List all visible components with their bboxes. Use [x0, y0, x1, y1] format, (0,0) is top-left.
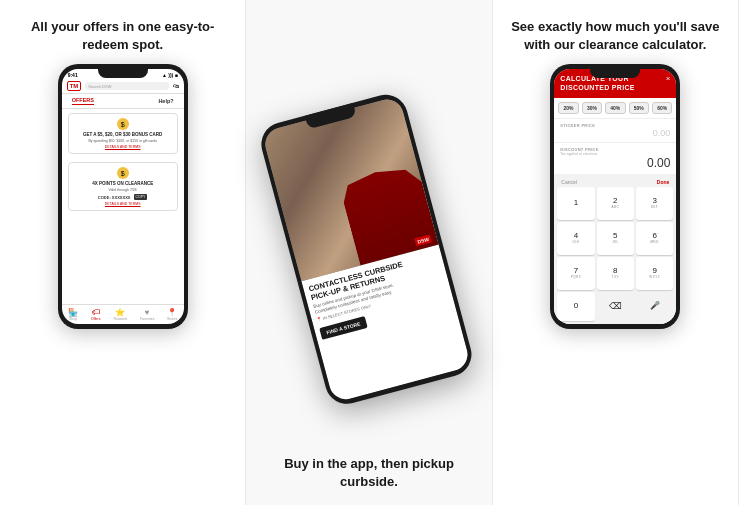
key-2[interactable]: 2ABC [597, 187, 634, 220]
offer-icon-2: $ [117, 167, 129, 179]
copy-button[interactable]: COPY [134, 194, 148, 200]
done-button[interactable]: Done [657, 179, 670, 185]
key-4[interactable]: 4GHI [557, 222, 594, 255]
discount-60[interactable]: 60% [652, 102, 672, 114]
discount-30[interactable]: 30% [582, 102, 602, 114]
offers-icon: 🏷 [91, 308, 101, 316]
panel-2-caption: Buy in the app, then pickup curbside. [246, 455, 491, 491]
key-9[interactable]: 9WXYZ [636, 257, 673, 290]
panel-3-caption: See exactly how much you'll save with ou… [503, 18, 728, 54]
location-icon: 📍 [167, 308, 177, 316]
panel-3: See exactly how much you'll save with ou… [493, 0, 739, 505]
sticker-value: 0.00 [560, 128, 670, 138]
offers-screen: 9:41 ▲ ))) ■ TM Search DSW 🛍 OFFERS Help… [62, 69, 184, 324]
panel-2-caption-text: Buy in the app, then pickup curbside. [284, 456, 454, 489]
nav-rewards-label: Rewards [113, 317, 127, 321]
offer-2-code: CODE: XXXXXXX [98, 195, 131, 200]
key-8[interactable]: 8TUV [597, 257, 634, 290]
keypad-area: Cancel Done 1 2ABC 3DEF 4GHI 5JKL 6MNO 7… [554, 174, 676, 325]
key-backspace[interactable]: ⌫ [597, 292, 634, 322]
key-1[interactable]: 1 [557, 187, 594, 220]
phone-1: 9:41 ▲ ))) ■ TM Search DSW 🛍 OFFERS Help… [58, 64, 188, 329]
phone-screen-1: 9:41 ▲ ))) ■ TM Search DSW 🛍 OFFERS Help… [62, 69, 184, 324]
phone-notch-3 [590, 64, 640, 78]
offer-1-title: GET A $5, $20, OR $30 BONUS CARD [73, 132, 173, 138]
nav-offers[interactable]: OFFERS [72, 97, 94, 105]
phone-3: CALCULATE YOURDISCOUNTED PRICE × 20% 30%… [550, 64, 680, 329]
sticker-price-section: STICKER PRICE 0.00 [554, 118, 676, 142]
search-bar[interactable]: Search DSW [85, 82, 168, 90]
status-time: 9:41 [68, 72, 78, 78]
phone-2: DSW CONTACTLESS CURBSIDEPICK-UP & RETURN… [256, 90, 476, 409]
key-3[interactable]: 3DEF [636, 187, 673, 220]
nav-shop[interactable]: 🏪 Shop [68, 308, 78, 321]
key-0[interactable]: 0 [557, 292, 594, 322]
phone-notch-1 [98, 64, 148, 78]
panel-1: All your offers in one easy-to-redeem sp… [0, 0, 246, 505]
nav-stores-label: Stores [167, 317, 177, 321]
nav-offers-bottom[interactable]: 🏷 Offers [91, 308, 101, 321]
key-mic[interactable]: 🎤 [636, 292, 673, 322]
truck-shape [328, 140, 438, 266]
close-icon[interactable]: × [666, 74, 671, 83]
tilted-phone-container: DSW CONTACTLESS CURBSIDEPICK-UP & RETURN… [256, 23, 481, 495]
bag-icon[interactable]: 🛍 [173, 83, 179, 89]
shop-icon: 🏪 [68, 308, 78, 316]
nav-stores[interactable]: 📍 Stores [167, 308, 177, 321]
discount-buttons-row: 20% 30% 40% 50% 60% [554, 98, 676, 118]
keypad-grid: 1 2ABC 3DEF 4GHI 5JKL 6MNO 7PQRS 8TUV 9W… [557, 187, 673, 322]
discount-50[interactable]: 50% [629, 102, 649, 114]
calculator-screen: CALCULATE YOURDISCOUNTED PRICE × 20% 30%… [554, 69, 676, 324]
find-store-button[interactable]: FIND A STORE [319, 316, 367, 340]
offer-2-code-row: CODE: XXXXXXX COPY [73, 194, 173, 200]
nav-favorites[interactable]: ♥ Favorites [140, 308, 154, 321]
nav-rewards[interactable]: ⭐ Rewards [113, 308, 127, 321]
nav-offers-label: Offers [91, 317, 100, 321]
offer-2-desc: Valid through 7/26 [73, 188, 173, 192]
cancel-button[interactable]: Cancel [561, 179, 577, 185]
panel-2: DSW CONTACTLESS CURBSIDEPICK-UP & RETURN… [246, 0, 492, 505]
dsw-logo: TM [67, 81, 82, 91]
offer-2-title: 4X POINTS ON CLEARANCE [73, 181, 173, 187]
offer-1-desc: By spending $50, $100, or $150 in gift c… [73, 139, 173, 143]
heart-icon: ♥ [142, 308, 152, 316]
discount-20[interactable]: 20% [558, 102, 578, 114]
nav-shop-label: Shop [69, 317, 77, 321]
rewards-icon: ⭐ [115, 308, 125, 316]
offers-header: TM Search DSW 🛍 [62, 79, 184, 94]
offer-2-link[interactable]: DETAILS AND TERMS [73, 202, 173, 206]
bottom-nav: 🏪 Shop 🏷 Offers ⭐ Rewards ♥ Favorites [62, 304, 184, 324]
offer-icon-1: $ [117, 118, 129, 130]
key-5[interactable]: 5JKL [597, 222, 634, 255]
phone-screen-3: CALCULATE YOURDISCOUNTED PRICE × 20% 30%… [554, 69, 676, 324]
key-7[interactable]: 7PQRS [557, 257, 594, 290]
panel-1-caption: All your offers in one easy-to-redeem sp… [10, 18, 235, 54]
key-6[interactable]: 6MNO [636, 222, 673, 255]
keypad-actions: Cancel Done [557, 177, 673, 187]
nav-help[interactable]: Help? [158, 98, 173, 104]
top-nav: OFFERS Help? [62, 94, 184, 109]
tilted-screen: DSW CONTACTLESS CURBSIDEPICK-UP & RETURN… [262, 96, 472, 403]
discount-value: 0.00 [560, 156, 670, 170]
nav-favorites-label: Favorites [140, 317, 154, 321]
discount-price-section: DISCOUNT PRICE Tax applied at checkout. … [554, 142, 676, 174]
offer-card-2: $ 4X POINTS ON CLEARANCE Valid through 7… [68, 162, 178, 211]
search-placeholder: Search DSW [88, 84, 111, 89]
discount-40[interactable]: 40% [605, 102, 625, 114]
offer-card-1: $ GET A $5, $20, OR $30 BONUS CARD By sp… [68, 113, 178, 154]
status-icons: ▲ ))) ■ [162, 72, 178, 78]
offer-1-link[interactable]: DETAILS AND TERMS [73, 145, 173, 149]
